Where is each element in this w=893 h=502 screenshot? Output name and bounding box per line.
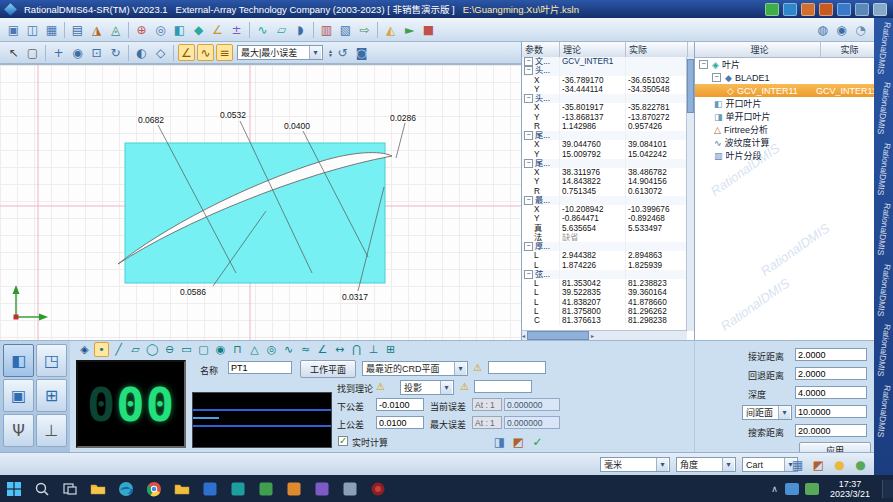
help-icon[interactable] bbox=[873, 3, 887, 16]
measure-row[interactable]: L81.37580081.296262 bbox=[522, 307, 687, 316]
grid-view-button[interactable]: ⊞ bbox=[36, 379, 67, 412]
blade-module-icon[interactable]: ◗ bbox=[292, 21, 309, 38]
collapse-box-icon[interactable]: − bbox=[524, 159, 533, 168]
slot-tool-icon[interactable]: ▭ bbox=[179, 342, 194, 357]
sphere-tool-icon[interactable]: ◉ bbox=[213, 342, 228, 357]
refresh-icon[interactable]: ↺ bbox=[334, 44, 351, 61]
collapse-box-icon[interactable]: − bbox=[524, 57, 533, 66]
feature-name-input[interactable] bbox=[228, 361, 292, 374]
app-blue-taskbar-icon[interactable] bbox=[196, 475, 224, 502]
table-view-icon[interactable]: ▦ bbox=[789, 456, 806, 473]
dimension-icon[interactable]: ∠ bbox=[209, 21, 226, 38]
line-tool-icon[interactable]: ╱ bbox=[111, 342, 126, 357]
measure-row[interactable]: X-10.208942-10.399676 bbox=[522, 205, 687, 214]
measure-row[interactable]: R0.7513450.613072 bbox=[522, 187, 687, 196]
measure-row[interactable]: Y-0.864471-0.892468 bbox=[522, 214, 687, 223]
measure-row[interactable]: −弦... bbox=[522, 270, 687, 279]
machine-icon[interactable]: ▤ bbox=[69, 21, 86, 38]
tree-col-theory[interactable]: 理论 bbox=[695, 42, 821, 57]
pan-icon[interactable]: + bbox=[50, 44, 67, 61]
tree-filter-icon[interactable]: ◔ bbox=[852, 21, 869, 38]
measure-row[interactable]: R1.1429860.957426 bbox=[522, 122, 687, 131]
tree-actual-icon[interactable]: ◉ bbox=[833, 21, 850, 38]
new-window-icon[interactable]: ▣ bbox=[5, 21, 22, 38]
color-map-icon[interactable]: ◩ bbox=[510, 433, 527, 450]
monitor-icon[interactable] bbox=[837, 3, 851, 16]
intersect-tool-icon[interactable]: ⋂ bbox=[349, 342, 364, 357]
point-tool-icon[interactable]: • bbox=[94, 342, 109, 357]
cad-model-icon[interactable]: ◧ bbox=[171, 21, 188, 38]
pattern-tool-icon[interactable]: ⊞ bbox=[383, 342, 398, 357]
plane-tool-icon[interactable]: ▱ bbox=[128, 342, 143, 357]
marquee-select-icon[interactable]: ▢ bbox=[24, 44, 41, 61]
app-purple-taskbar-icon[interactable] bbox=[308, 475, 336, 502]
snapshot-icon[interactable]: ◙ bbox=[353, 44, 370, 61]
collapse-box-icon[interactable]: − bbox=[524, 242, 533, 251]
tree-item[interactable]: ∿波纹度计算 bbox=[695, 136, 874, 149]
cone-tool-icon[interactable]: △ bbox=[247, 342, 262, 357]
tool-changer-icon[interactable]: ◬ bbox=[107, 21, 124, 38]
angle-dropdown[interactable]: 角度 bbox=[676, 457, 736, 472]
chrome-taskbar-icon[interactable] bbox=[140, 475, 168, 502]
tree-expander-icon[interactable]: − bbox=[712, 73, 721, 82]
app-orange-taskbar-icon[interactable] bbox=[280, 475, 308, 502]
col-theory[interactable]: 理论 bbox=[560, 42, 626, 57]
rect-tool-icon[interactable]: ▢ bbox=[196, 342, 211, 357]
view-cube-button[interactable]: ◧ bbox=[3, 344, 34, 377]
measure-row[interactable]: L81.35304281.238823 bbox=[522, 279, 687, 288]
spacing-plane-dropdown[interactable]: 间距面 bbox=[742, 405, 792, 420]
measure-row[interactable]: −厚... bbox=[522, 242, 687, 251]
notification-center-icon[interactable] bbox=[882, 480, 893, 498]
wrench-icon[interactable] bbox=[801, 3, 815, 16]
palette-icon[interactable]: ◩ bbox=[810, 456, 827, 473]
curve-icon[interactable]: ∿ bbox=[254, 21, 271, 38]
cylinder-tool-icon[interactable]: ⊓ bbox=[230, 342, 245, 357]
units-dropdown[interactable]: 毫米 bbox=[600, 457, 670, 472]
col-actual[interactable]: 实际 bbox=[626, 42, 688, 57]
collapse-box-icon[interactable]: − bbox=[524, 270, 533, 279]
taskbar-clock[interactable]: 17:37 2023/3/21 bbox=[830, 479, 870, 499]
tray-volume-icon[interactable] bbox=[805, 483, 819, 495]
select-pointer-icon[interactable]: ↖ bbox=[5, 44, 22, 61]
measure-row[interactable]: Y14.84382214.904156 bbox=[522, 177, 687, 186]
projection-field[interactable] bbox=[474, 380, 532, 393]
measure-row[interactable]: −文...GCV_INTER1 bbox=[522, 57, 687, 66]
measure-row[interactable]: L39.52283539.360164 bbox=[522, 288, 687, 297]
collapse-box-icon[interactable]: − bbox=[524, 66, 533, 75]
app-teal-taskbar-icon[interactable] bbox=[224, 475, 252, 502]
tree-theory-icon[interactable]: ◍ bbox=[814, 21, 831, 38]
edge-taskbar-icon[interactable] bbox=[112, 475, 140, 502]
feature-icon[interactable]: ◆ bbox=[190, 21, 207, 38]
col-param[interactable]: 参数 bbox=[522, 42, 560, 57]
open-file-icon[interactable]: ◫ bbox=[24, 21, 41, 38]
plant-icon[interactable] bbox=[765, 3, 779, 16]
measure-row[interactable]: X-36.789170-36.651032 bbox=[522, 76, 687, 85]
upper-tol-input[interactable] bbox=[376, 416, 424, 429]
export-icon[interactable]: ⇨ bbox=[356, 21, 373, 38]
probe-param-input[interactable] bbox=[795, 424, 867, 437]
coordinate-icon[interactable]: ⊕ bbox=[133, 21, 150, 38]
measure-row[interactable]: X38.31197638.486782 bbox=[522, 168, 687, 177]
zoom-fit-icon[interactable]: ⊡ bbox=[88, 44, 105, 61]
probe-a-button[interactable]: Ψ bbox=[3, 414, 34, 447]
folder-taskbar-icon[interactable] bbox=[168, 475, 196, 502]
measure-row[interactable]: Y-34.444114-34.350548 bbox=[522, 85, 687, 94]
collapse-box-icon[interactable]: − bbox=[524, 94, 533, 103]
tray-chevron-icon[interactable]: ∧ bbox=[771, 484, 778, 494]
tree-item[interactable]: ◨单开口叶片 bbox=[695, 110, 874, 123]
aux-field[interactable] bbox=[488, 361, 546, 374]
alignment-icon[interactable]: ◎ bbox=[152, 21, 169, 38]
tree-item[interactable]: ◧开口叶片 bbox=[695, 97, 874, 110]
app-green-taskbar-icon[interactable] bbox=[252, 475, 280, 502]
project-tool-icon[interactable]: ⊥ bbox=[366, 342, 381, 357]
graphics-viewport[interactable]: 0.06820.05320.04000.02860.05860.0317 bbox=[0, 64, 521, 341]
measure-row[interactable]: X39.04476039.084101 bbox=[522, 140, 687, 149]
explorer-taskbar-icon[interactable] bbox=[84, 475, 112, 502]
tree-item[interactable]: ◇GCV_INTER11GCV_INTER11 bbox=[695, 84, 874, 97]
workplane-button[interactable]: 工作平面 bbox=[300, 360, 356, 378]
tree-col-actual[interactable]: 实际 bbox=[821, 42, 874, 57]
projection-dropdown[interactable]: 投影 bbox=[400, 380, 454, 395]
measure-row[interactable]: L1.8742261.825939 bbox=[522, 261, 687, 270]
circle-tool-icon[interactable]: ◯ bbox=[145, 342, 160, 357]
measure-row[interactable]: 真5.6356545.533497 bbox=[522, 224, 687, 233]
